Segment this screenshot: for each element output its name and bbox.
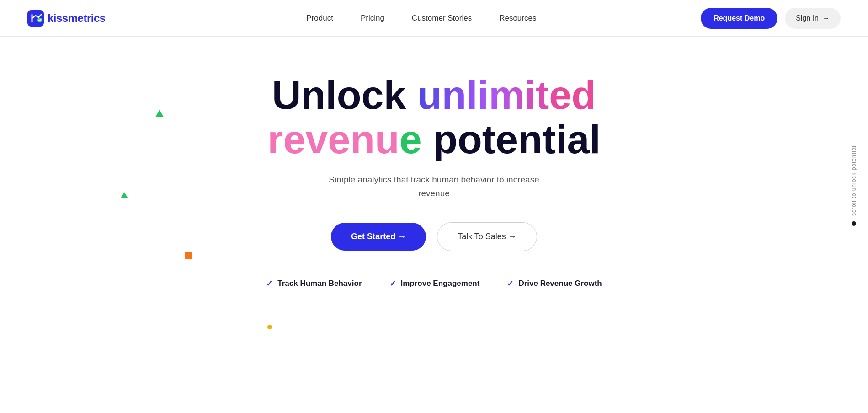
feature-revenue-label: Drive Revenue Growth xyxy=(518,279,602,288)
nav-pricing[interactable]: Pricing xyxy=(361,14,384,23)
feature-track: ✓ Track Human Behavior xyxy=(266,279,362,289)
logo[interactable]: kissmetrics xyxy=(27,10,106,27)
logo-icon xyxy=(27,10,44,27)
logo-text: kissmetrics xyxy=(48,12,106,25)
title-revenue-e: e xyxy=(399,117,422,162)
request-demo-button[interactable]: Request Demo xyxy=(701,8,777,29)
hero-section: Unlock unlimited revenue potential Simpl… xyxy=(0,37,868,307)
title-revenue-r: r xyxy=(267,117,283,162)
feature-track-label: Track Human Behavior xyxy=(277,279,362,288)
check-icon-track: ✓ xyxy=(266,279,273,289)
feature-engage: ✓ Improve Engagement xyxy=(389,279,480,289)
hero-subtitle: Simple analytics that track human behavi… xyxy=(325,173,544,201)
check-icon-engage: ✓ xyxy=(389,279,396,289)
nav-links: Product Pricing Customer Stories Resourc… xyxy=(306,14,536,23)
title-revenue-ev: evenu xyxy=(283,117,399,162)
nav-center: Product Pricing Customer Stories Resourc… xyxy=(106,14,701,23)
hero-title: Unlock unlimited revenue potential xyxy=(267,73,601,162)
check-icon-revenue: ✓ xyxy=(507,279,514,289)
nav-product[interactable]: Product xyxy=(306,14,333,23)
decorative-dot xyxy=(267,325,272,329)
feature-engage-label: Improve Engagement xyxy=(401,279,480,288)
title-revenue-line: revenue xyxy=(267,117,433,162)
scroll-dot xyxy=(852,221,856,226)
decorative-square xyxy=(185,252,192,259)
sign-in-button[interactable]: Sign In → xyxy=(785,8,841,29)
sign-in-label: Sign In xyxy=(796,14,819,22)
get-started-button[interactable]: Get Started → xyxy=(331,223,426,251)
nav-resources[interactable]: Resources xyxy=(499,14,536,23)
title-unlimited: unlimited xyxy=(417,72,596,118)
decorative-triangle-2 xyxy=(121,192,128,198)
nav-actions: Request Demo Sign In → xyxy=(701,8,841,29)
decorative-triangle-1 xyxy=(155,110,164,117)
navbar: kissmetrics Product Pricing Customer Sto… xyxy=(0,0,868,37)
svg-rect-0 xyxy=(27,10,44,27)
features-row: ✓ Track Human Behavior ✓ Improve Engagem… xyxy=(266,279,602,289)
title-unlock: Unlock xyxy=(272,72,417,118)
svg-point-1 xyxy=(37,18,42,22)
talk-to-sales-button[interactable]: Talk To Sales → xyxy=(437,222,537,251)
hero-buttons: Get Started → Talk To Sales → xyxy=(331,222,537,251)
nav-customer-stories[interactable]: Customer Stories xyxy=(412,14,472,23)
feature-revenue: ✓ Drive Revenue Growth xyxy=(507,279,602,289)
sign-in-arrow-icon: → xyxy=(822,14,830,22)
scroll-indicator: scroll to unlock potential xyxy=(851,145,857,268)
title-potential: potential xyxy=(433,117,601,162)
scroll-line xyxy=(854,231,854,268)
scroll-text: scroll to unlock potential xyxy=(851,145,857,215)
